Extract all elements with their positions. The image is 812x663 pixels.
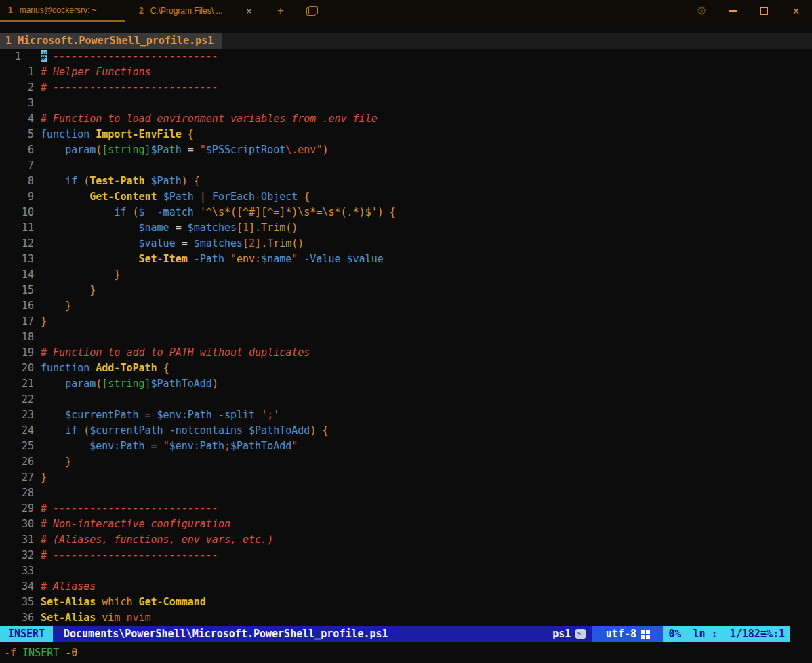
- code-line[interactable]: 35Set-Alias which Get-Command: [0, 595, 812, 610]
- line-text: # ---------------------------: [41, 80, 218, 96]
- code-segment: # Aliases: [41, 580, 96, 592]
- code-line[interactable]: 13 Set-Item -Path "env:$name" -Value $va…: [0, 252, 812, 267]
- code-segment: [41, 378, 65, 390]
- code-line[interactable]: 20function Add-ToPath {: [0, 361, 812, 376]
- code-segment: \.env": [285, 144, 322, 156]
- code-line[interactable]: 15 }: [0, 283, 812, 298]
- code-line[interactable]: 1# Helper Functions: [0, 64, 812, 80]
- code-line[interactable]: 7: [0, 158, 812, 174]
- code-segment: ---------------------------: [47, 50, 218, 62]
- line-text: # ---------------------------: [41, 501, 218, 517]
- new-tab-button[interactable]: +: [269, 0, 292, 22]
- code-line[interactable]: 17}: [0, 314, 812, 329]
- code-line[interactable]: 1# ---------------------------: [0, 49, 812, 64]
- powershell-file-icon: >_: [575, 629, 586, 639]
- code-segment: [77, 175, 83, 187]
- terminal-padding: [0, 22, 812, 33]
- code-segment: -notcontains: [169, 424, 243, 437]
- code-segment: # ---------------------------: [41, 502, 218, 515]
- code-segment: [298, 190, 304, 203]
- code-segment: [224, 253, 230, 265]
- code-segment: Test-Path: [89, 175, 144, 187]
- code-segment: ": [230, 253, 237, 265]
- code-segment: Set-Alias: [41, 611, 96, 624]
- code-segment: [77, 424, 83, 437]
- code-line[interactable]: 2# ---------------------------: [0, 80, 812, 96]
- line-text: }: [41, 283, 96, 298]
- code-segment: $PathToAdd: [230, 440, 291, 452]
- code-line[interactable]: 10 if ($_ -match '^\s*([^#][^=]*)\s*=\s*…: [0, 205, 812, 220]
- code-line[interactable]: 31# (Aliases, functions, env vars, etc.): [0, 532, 812, 548]
- code-line[interactable]: 27}: [0, 470, 812, 485]
- code-line[interactable]: 14 }: [0, 267, 812, 283]
- minimize-button[interactable]: [716, 0, 748, 22]
- code-line[interactable]: 21 param([string]$PathToAdd): [0, 376, 812, 392]
- code-segment: [string]: [102, 144, 150, 156]
- encoding-label: utf-8: [606, 628, 636, 640]
- close-button[interactable]: ×: [780, 0, 812, 22]
- line-number: 12: [0, 236, 34, 252]
- line-text: function Add-ToPath {: [41, 361, 169, 376]
- code-line[interactable]: 5function Import-EnvFile {: [0, 127, 812, 142]
- line-number: 23: [0, 407, 34, 423]
- code-line[interactable]: 22: [0, 392, 812, 407]
- nvim-statusline: INSERT Documents\PowerShell\Microsoft.Po…: [0, 626, 790, 642]
- code-line[interactable]: 3: [0, 96, 812, 111]
- code-segment: }: [41, 315, 47, 327]
- code-segment: [298, 253, 304, 265]
- terminal-titlebar: 1 marius@dockersrv: ~ 2 C:\Program Files…: [0, 0, 812, 22]
- filetype-segment: ps1 >_: [552, 626, 592, 642]
- line-number: 11: [0, 220, 34, 236]
- code-line[interactable]: 11 $name = $matches[1].Trim(): [0, 220, 812, 236]
- line-number: 33: [0, 563, 34, 579]
- buffer-tab-active[interactable]: 1 Microsoft.PowerShell_profile.ps1: [0, 33, 222, 49]
- code-line[interactable]: 4# Function to load environment variable…: [0, 111, 812, 127]
- code-line[interactable]: 26 }: [0, 454, 812, 470]
- line-number: 2: [0, 80, 34, 96]
- code-line[interactable]: 23 $currentPath = $env:Path -split ';': [0, 407, 812, 423]
- line-number: 17: [0, 314, 34, 329]
- tab-switcher-icon[interactable]: [300, 0, 323, 22]
- command-line[interactable]: -f INSERT -θ: [0, 642, 812, 663]
- code-line[interactable]: 28: [0, 485, 812, 501]
- tab-close-icon[interactable]: ×: [245, 6, 253, 16]
- code-segment: ]: [249, 222, 255, 234]
- code-segment: ): [182, 175, 188, 187]
- code-line[interactable]: 16 }: [0, 298, 812, 314]
- code-line[interactable]: 32# ---------------------------: [0, 548, 812, 563]
- code-line[interactable]: 30# Non-interactive configuration: [0, 517, 812, 532]
- line-number: 28: [0, 485, 34, 501]
- code-line[interactable]: 8 if (Test-Path $Path) {: [0, 174, 812, 189]
- code-line[interactable]: 12 $value = $matches[2].Trim(): [0, 236, 812, 252]
- settings-gear-icon[interactable]: ⚙: [687, 0, 716, 22]
- editor[interactable]: 1# ---------------------------1# Helper …: [0, 49, 812, 626]
- terminal-tab-1[interactable]: 1 marius@dockersrv: ~: [0, 0, 125, 22]
- line-number: 14: [0, 267, 34, 283]
- code-segment: [: [243, 237, 249, 249]
- line-text: $currentPath = $env:Path -split ';': [41, 407, 279, 423]
- code-segment: {: [188, 128, 194, 140]
- terminal-tab-2[interactable]: 2 C:\Program Files\ ... ×: [131, 0, 261, 22]
- code-line[interactable]: 25 $env:Path = "$env:Path;$PathToAdd": [0, 439, 812, 454]
- maximize-button[interactable]: [748, 0, 780, 22]
- code-segment: (: [96, 378, 102, 390]
- code-line[interactable]: 9 Get-Content $Path | ForEach-Object {: [0, 189, 812, 205]
- code-segment: Set-Alias: [41, 596, 96, 608]
- code-segment: [188, 175, 194, 187]
- code-segment: $value: [139, 237, 176, 249]
- code-line[interactable]: 34# Aliases: [0, 579, 812, 595]
- code-segment: [96, 611, 102, 624]
- code-line[interactable]: 36Set-Alias vim nvim: [0, 610, 812, 626]
- code-line[interactable]: 18: [0, 329, 812, 345]
- code-segment: {: [304, 190, 310, 203]
- code-line[interactable]: 33: [0, 563, 812, 579]
- code-segment: $matches: [188, 222, 237, 234]
- code-line[interactable]: 29# ---------------------------: [0, 501, 812, 517]
- code-segment: [151, 206, 157, 218]
- code-line[interactable]: 19# Function to add to PATH without dupl…: [0, 345, 812, 361]
- code-segment: $PathToAdd: [249, 424, 310, 437]
- code-line[interactable]: 6 param([string]$Path = "$PSScriptRoot\.…: [0, 142, 812, 158]
- line-number: 18: [0, 329, 34, 345]
- code-line[interactable]: 24 if ($currentPath -notcontains $PathTo…: [0, 423, 812, 439]
- message-right-icon: -θ: [65, 647, 77, 659]
